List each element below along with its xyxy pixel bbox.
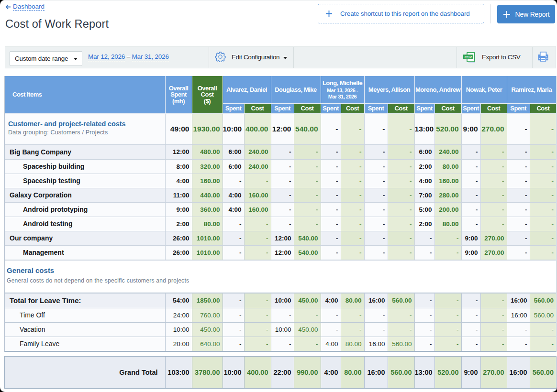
- svg-text:CSV: CSV: [465, 55, 472, 59]
